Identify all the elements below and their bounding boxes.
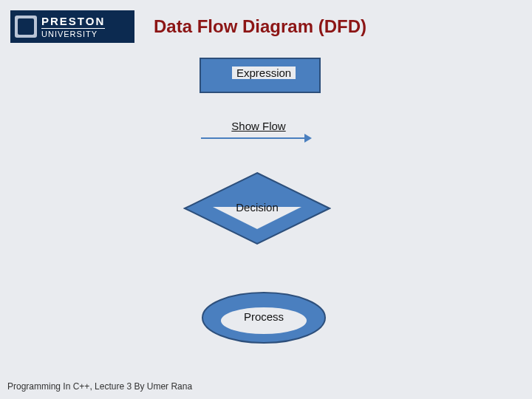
logo: PRESTON UNIVERSITY: [10, 10, 134, 43]
shape-process-ellipse: Process: [201, 291, 327, 344]
label-process: Process: [201, 310, 327, 323]
flow-arrow-head-icon: [304, 134, 312, 143]
slide: PRESTON UNIVERSITY Data Flow Diagram (DF…: [0, 0, 532, 399]
label-decision: Decision: [183, 201, 331, 214]
logo-line2: UNIVERSITY: [41, 28, 105, 38]
footer-text: Programming In C++, Lecture 3 By Umer Ra…: [7, 381, 192, 392]
flow-arrow-line: [201, 137, 304, 139]
shape-expression-rect: [200, 58, 321, 93]
label-flow: Show Flow: [214, 120, 303, 132]
university-seal-icon: [15, 16, 37, 38]
shape-decision-diamond: Decision: [183, 171, 331, 245]
page-title: Data Flow Diagram (DFD): [154, 16, 366, 37]
logo-line1: PRESTON: [41, 16, 105, 27]
logo-text: PRESTON UNIVERSITY: [41, 16, 105, 38]
